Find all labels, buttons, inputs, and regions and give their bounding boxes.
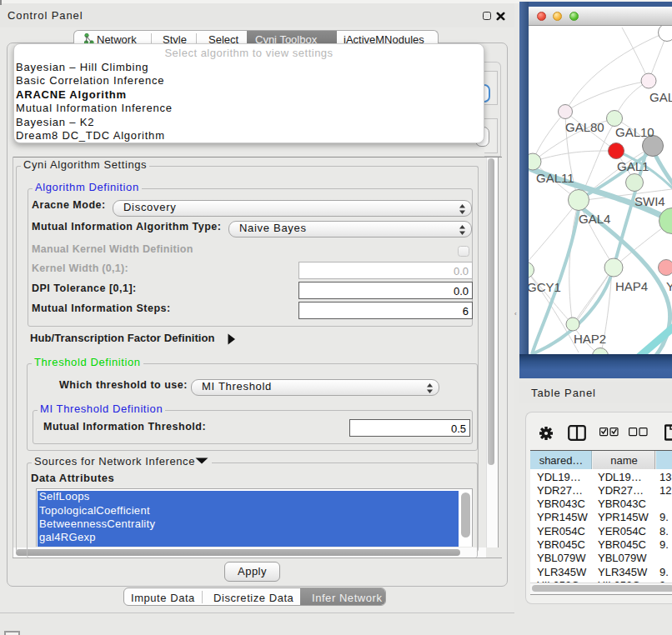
svg-text:HAP4: HAP4 [615,279,648,293]
svg-text:SWI4: SWI4 [634,194,665,208]
svg-text:GAL11: GAL11 [536,171,574,185]
svg-text:GAL10: GAL10 [615,125,654,139]
svg-text:HAP2: HAP2 [574,332,606,346]
svg-text:YD: YD [666,279,672,293]
svg-text:GAL4: GAL4 [579,212,610,226]
svg-text:GAL: GAL [649,90,672,104]
svg-text:GAL80: GAL80 [565,120,604,134]
svg-text:GCY1: GCY1 [529,280,561,294]
svg-text:GAL1: GAL1 [617,159,649,173]
